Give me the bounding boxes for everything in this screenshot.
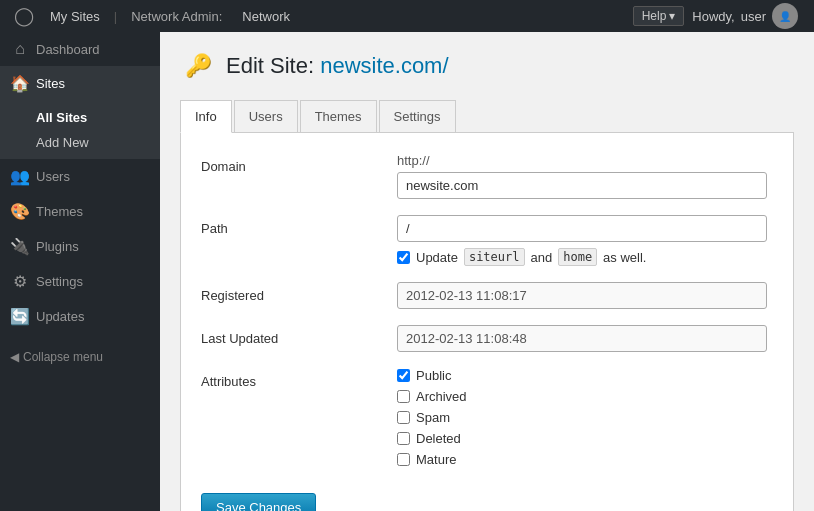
last-updated-label: Last Updated [201,325,381,346]
domain-field: http:// [397,153,773,199]
page-title: Edit Site: newsite.com/ [226,53,449,79]
tabs: Info Users Themes Settings [180,100,794,133]
path-input[interactable] [397,215,767,242]
last-updated-input[interactable] [397,325,767,352]
collapse-menu-button[interactable]: ◀ Collapse menu [0,342,160,372]
tab-users[interactable]: Users [234,100,298,132]
and-label: and [531,250,553,265]
settings-icon: ⚙ [10,272,30,291]
help-chevron-icon: ▾ [669,9,675,23]
last-updated-field [397,325,773,352]
registered-input[interactable] [397,282,767,309]
path-label: Path [201,215,381,236]
sidebar-themes-label: Themes [36,204,83,219]
sidebar-users-label: Users [36,169,70,184]
sidebar-item-plugins[interactable]: 🔌 Plugins [0,229,160,264]
save-changes-button[interactable]: Save Changes [201,493,316,511]
topbar-separator: | [110,9,121,24]
main-content: 🔑 Edit Site: newsite.com/ Info Users The… [160,32,814,511]
path-row: Path Update siteurl and home as well. [201,215,773,266]
update-checkbox[interactable] [397,251,410,264]
update-label: Update [416,250,458,265]
sidebar: ⌂ Dashboard 🏠 Sites All Sites Add New 👥 … [0,32,160,511]
siteurl-code: siteurl [464,248,525,266]
spam-label: Spam [416,410,450,425]
attr-mature: Mature [397,452,773,467]
wp-logo-icon[interactable]: ◯ [8,0,40,32]
path-field: Update siteurl and home as well. [397,215,773,266]
attributes-list: Public Archived Spam Deleted [397,368,773,467]
edit-site-icon: 🔑 [180,48,216,84]
help-label: Help [642,9,667,23]
archived-checkbox[interactable] [397,390,410,403]
avatar: 👤 [772,3,798,29]
collapse-label: Collapse menu [23,350,103,364]
public-checkbox[interactable] [397,369,410,382]
last-updated-row: Last Updated [201,325,773,352]
plugins-icon: 🔌 [10,237,30,256]
attr-archived: Archived [397,389,773,404]
mature-checkbox[interactable] [397,453,410,466]
dashboard-icon: ⌂ [10,40,30,58]
users-icon: 👥 [10,167,30,186]
spam-checkbox[interactable] [397,411,410,424]
sidebar-item-add-new[interactable]: Add New [0,130,160,155]
sidebar-item-updates[interactable]: 🔄 Updates [0,299,160,334]
attr-spam: Spam [397,410,773,425]
help-button[interactable]: Help ▾ [633,6,685,26]
sidebar-dashboard-label: Dashboard [36,42,100,57]
attr-deleted: Deleted [397,431,773,446]
site-url-link[interactable]: newsite.com/ [320,53,448,78]
update-checkbox-row: Update siteurl and home as well. [397,248,773,266]
tab-themes[interactable]: Themes [300,100,377,132]
sidebar-sites-label: Sites [36,76,65,91]
deleted-checkbox[interactable] [397,432,410,445]
deleted-label: Deleted [416,431,461,446]
form-card: Domain http:// Path Update siteurl and [180,133,794,511]
domain-label: Domain [201,153,381,174]
sidebar-item-themes[interactable]: 🎨 Themes [0,194,160,229]
themes-icon: 🎨 [10,202,30,221]
domain-prefix: http:// [397,153,773,168]
sidebar-item-sites[interactable]: 🏠 Sites [0,66,160,101]
sidebar-item-settings[interactable]: ⚙ Settings [0,264,160,299]
sidebar-item-all-sites[interactable]: All Sites [0,105,160,130]
sites-submenu: All Sites Add New [0,101,160,159]
my-sites-link[interactable]: My Sites [40,0,110,32]
attributes-row: Attributes Public Archived S [201,368,773,467]
collapse-arrow-icon: ◀ [10,350,19,364]
home-code: home [558,248,597,266]
user-profile-link[interactable]: user [741,9,766,24]
sidebar-item-users[interactable]: 👥 Users [0,159,160,194]
network-admin-label: Network Admin: [121,0,232,32]
sidebar-updates-label: Updates [36,309,84,324]
page-title-row: 🔑 Edit Site: newsite.com/ [180,48,794,84]
as-well-label: as well. [603,250,646,265]
topbar-right: Help ▾ Howdy, user 👤 [633,3,806,29]
public-label: Public [416,368,451,383]
registered-label: Registered [201,282,381,303]
tab-settings[interactable]: Settings [379,100,456,132]
network-link[interactable]: Network [232,0,300,32]
howdy-text: Howdy, user 👤 [684,3,806,29]
sidebar-item-dashboard[interactable]: ⌂ Dashboard [0,32,160,66]
archived-label: Archived [416,389,467,404]
attributes-label: Attributes [201,368,381,389]
updates-icon: 🔄 [10,307,30,326]
domain-input[interactable] [397,172,767,199]
sidebar-settings-label: Settings [36,274,83,289]
tab-info[interactable]: Info [180,100,232,133]
sites-icon: 🏠 [10,74,30,93]
domain-row: Domain http:// [201,153,773,199]
topbar: ◯ My Sites | Network Admin: Network Help… [0,0,814,32]
sidebar-plugins-label: Plugins [36,239,79,254]
layout: ⌂ Dashboard 🏠 Sites All Sites Add New 👥 … [0,32,814,511]
registered-field [397,282,773,309]
attributes-field: Public Archived Spam Deleted [397,368,773,467]
attr-public: Public [397,368,773,383]
registered-row: Registered [201,282,773,309]
mature-label: Mature [416,452,456,467]
